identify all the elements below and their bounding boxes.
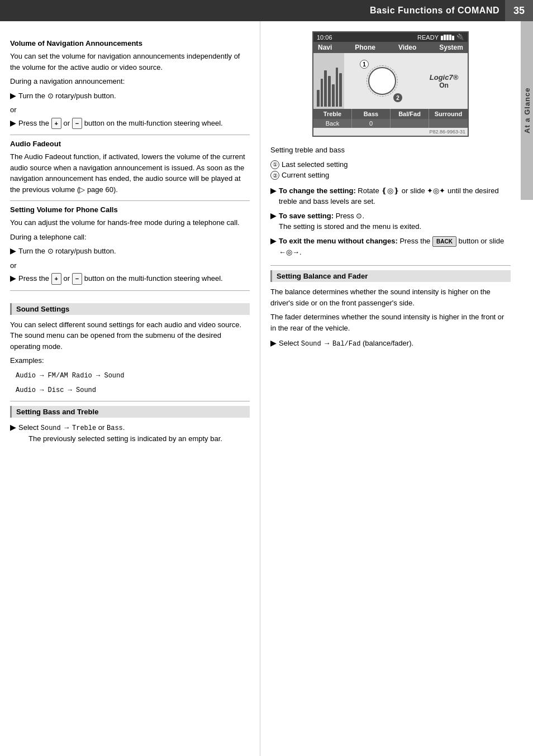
eq-bar1 — [317, 90, 320, 107]
nav-system: System — [439, 44, 463, 51]
numbered-list: ① Last selected setting ② Current settin… — [270, 159, 511, 181]
eq-bar4 — [328, 76, 331, 107]
right-bullet-2-text: To save setting: Press ⊙. The setting is… — [279, 210, 421, 232]
display-time: 10:06 — [317, 34, 332, 41]
sound-settings-example1: Audio → FM/AM Radio → Sound — [16, 370, 250, 381]
vol-phone-bullet2-text: Press the + or − button on the multi-fun… — [18, 273, 223, 285]
sound-settings-para1: You can select different sound settings … — [10, 319, 250, 352]
audio-fadeout-section: Audio Fadeout The Audio Fadeout function… — [10, 140, 250, 195]
bar5 — [452, 36, 454, 40]
audio-fadeout-title: Audio Fadeout — [10, 140, 250, 148]
numbered-item-2: ② Current setting — [270, 170, 511, 181]
example2-text: Audio → Disc → Sound — [16, 386, 96, 394]
main-circle — [368, 67, 396, 95]
divider-right — [270, 265, 511, 266]
bar3 — [446, 35, 449, 40]
eq-bar7 — [339, 73, 342, 107]
balance-para2: The fader determines whether the sound i… — [270, 312, 511, 333]
balance-para1: The balance determines whether the sound… — [270, 286, 511, 308]
back-btn-cell: Back — [313, 119, 352, 128]
setting-treble-heading: Setting treble and bass — [270, 145, 511, 156]
vol-phone-title: Setting Volume for Phone Calls — [10, 205, 250, 214]
nav-navi: Navi — [318, 44, 332, 51]
nav-video: Video — [398, 44, 416, 51]
divider4 — [10, 401, 250, 401]
bass-treble-extra: The previously selected setting is indic… — [28, 434, 222, 443]
eq-bar3 — [324, 70, 327, 107]
signal-icon: 🔌 — [456, 34, 464, 41]
empty-cell1 — [391, 119, 429, 128]
display-right: Logic7® On — [420, 53, 468, 109]
display-back-row: Back 0 — [313, 119, 468, 128]
balance-fader-section: Setting Balance and Fader The balance de… — [270, 270, 511, 349]
left-column: Volume of Navigation Announcements You c… — [0, 21, 260, 756]
arrow-icon2: ▶ — [10, 118, 16, 129]
balance-bullet-text: Select Sound → Bal/Fad (balance/fader). — [279, 338, 413, 349]
arrow-icon9: ▶ — [270, 338, 276, 349]
bass-treble-section: Setting Bass and Treble ▶ Select Sound →… — [10, 406, 250, 444]
page-number: 35 — [505, 0, 533, 21]
display-top-bar: 10:06 READY 🔌 — [313, 32, 468, 42]
vol-nav-title: Volume of Navigation Announcements — [10, 39, 250, 47]
num-2: ② — [270, 171, 279, 180]
bass-treble-bullet: ▶ Select Sound → Treble or Bass. The pre… — [10, 422, 250, 444]
bar4 — [449, 35, 451, 40]
main-content: Volume of Navigation Announcements You c… — [0, 21, 521, 756]
arrow-icon8: ▶ — [270, 236, 276, 247]
numbered-item-2-text: Current setting — [282, 170, 329, 181]
display-nav-row: Navi Phone Video System — [313, 42, 468, 53]
eq-bar2 — [321, 79, 323, 107]
balance-bullet: ▶ Select Sound → Bal/Fad (balance/fader)… — [270, 338, 511, 349]
vol-phone-bullet1: ▶ Turn the ⊙ rotary/push button. — [10, 246, 250, 257]
display-surround: Surround — [429, 109, 468, 119]
display-treble: Treble — [313, 109, 352, 119]
vol-phone-bullet1-text: Turn the ⊙ rotary/push button. — [18, 246, 116, 257]
divider3 — [10, 290, 250, 291]
display-code: P82.86-9963-31 — [313, 128, 468, 136]
display-ready: READY 🔌 — [417, 34, 464, 41]
display-eq-bars — [313, 53, 344, 109]
right-column: 10:06 READY 🔌 N — [260, 21, 521, 756]
label-circle-2: 2 — [393, 93, 402, 102]
display-balfad: Bal/Fad — [391, 109, 429, 119]
audio-fadeout-para1: The Audio Fadeout function, if activated… — [10, 151, 250, 195]
vol-phone-section: Setting Volume for Phone Calls You can a… — [10, 205, 250, 285]
sound-settings-examples-label: Examples: — [10, 355, 250, 366]
arrow-icon7: ▶ — [270, 210, 276, 222]
bar2 — [444, 35, 446, 40]
sound-settings-example2: Audio → Disc → Sound — [16, 384, 250, 395]
eq-bar6 — [336, 68, 339, 107]
bar1 — [441, 36, 443, 40]
display-body: 1 2 Logic7® On — [313, 53, 468, 109]
balance-fader-heading: Setting Balance and Fader — [270, 270, 511, 282]
divider1 — [10, 135, 250, 135]
display-container: 10:06 READY 🔌 N — [270, 31, 511, 137]
empty-cell2 — [429, 119, 468, 128]
numbered-item-1-text: Last selected setting — [282, 159, 348, 170]
display-screen: 10:06 READY 🔌 N — [312, 31, 469, 137]
ready-label: READY — [417, 34, 439, 41]
right-bullet-2: ▶ To save setting: Press ⊙. The setting … — [270, 210, 511, 232]
numbered-item-1: ① Last selected setting — [270, 159, 511, 170]
vol-nav-bullet1: ▶ Turn the ⊙ rotary/push button. — [10, 90, 250, 102]
arrow-icon: ▶ — [10, 90, 16, 102]
right-bullet-1: ▶ To change the setting: Rotate ❴◎❵ or s… — [270, 185, 511, 207]
display-bottom-row: Treble Bass Bal/Fad Surround — [313, 109, 468, 119]
right-bullet-1-text: To change the setting: Rotate ❴◎❵ or sli… — [279, 185, 511, 207]
arrow-icon6: ▶ — [270, 185, 276, 197]
vol-nav-para1: You can set the volume for navigation an… — [10, 51, 250, 73]
num-1: ① — [270, 160, 279, 169]
bass-zero-cell: 0 — [352, 119, 391, 128]
vol-nav-section: Volume of Navigation Announcements You c… — [10, 39, 250, 129]
sound-settings-heading: Sound Settings — [10, 303, 250, 315]
vol-phone-para1: You can adjust the volume for hands-free… — [10, 217, 250, 228]
vol-nav-bullet1-text: Turn the ⊙ rotary/push button. — [18, 90, 116, 102]
vol-nav-bullet2: ▶ Press the + or − button on the multi-f… — [10, 118, 250, 130]
vol-nav-or1: or — [10, 104, 250, 116]
header-bar: Basic Functions of COMAND — [0, 0, 533, 21]
vol-phone-para2: During a telephone call: — [10, 232, 250, 243]
logic-label: Logic7® — [430, 73, 458, 82]
sound-settings-section: Sound Settings You can select different … — [10, 303, 250, 395]
arrow-icon4: ▶ — [10, 273, 16, 284]
vol-phone-bullet2: ▶ Press the + or − button on the multi-f… — [10, 273, 250, 285]
